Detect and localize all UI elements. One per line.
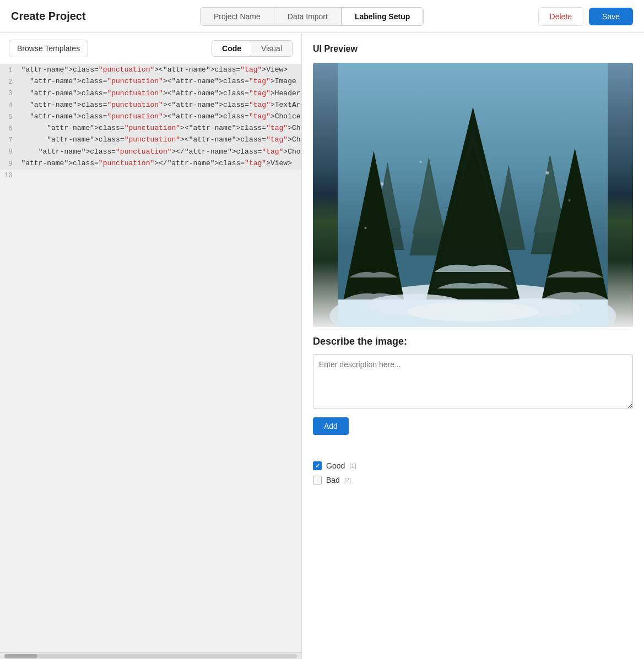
- scrollbar-thumb: [4, 654, 37, 658]
- editor-footer: [0, 652, 301, 659]
- line-content: "attr-name">class="punctuation"><"attr-n…: [17, 134, 301, 146]
- line-number: 2: [0, 76, 17, 88]
- choice-label-1: Bad: [326, 476, 340, 484]
- code-editor[interactable]: 1"attr-name">class="punctuation"><"attr-…: [0, 64, 301, 652]
- code-line-9: 9"attr-name">class="punctuation"></"attr…: [0, 158, 301, 170]
- right-panel: UI Preview: [302, 33, 644, 659]
- delete-button[interactable]: Delete: [538, 7, 583, 26]
- line-number: 9: [0, 158, 17, 170]
- code-line-10: 10: [0, 170, 301, 181]
- tab-data-import[interactable]: Data Import: [274, 8, 342, 25]
- line-number: 6: [0, 123, 17, 134]
- code-line-8: 8 "attr-name">class="punctuation"></"att…: [0, 146, 301, 157]
- line-content: "attr-name">class="punctuation"><"attr-n…: [17, 64, 301, 76]
- line-number: 10: [0, 170, 17, 181]
- line-content: "attr-name">class="punctuation"><"attr-n…: [17, 123, 301, 134]
- choices-area: Good[1]Bad[2]: [313, 461, 633, 484]
- page-title: Create Project: [11, 10, 86, 23]
- save-button[interactable]: Save: [589, 8, 633, 25]
- code-table: 1"attr-name">class="punctuation"><"attr-…: [0, 64, 301, 181]
- code-line-7: 7 "attr-name">class="punctuation"><"attr…: [0, 134, 301, 146]
- choice-checkbox-0[interactable]: [313, 461, 322, 470]
- line-content: "attr-name">class="punctuation"><"attr-n…: [17, 111, 301, 123]
- choice-item-1[interactable]: Bad[2]: [313, 476, 633, 484]
- line-number: 5: [0, 111, 17, 123]
- browse-templates-button[interactable]: Browse Templates: [9, 40, 88, 57]
- choice-item-0[interactable]: Good[1]: [313, 461, 633, 470]
- line-content: "attr-name">class="punctuation"></"attr-…: [17, 146, 301, 157]
- svg-point-21: [420, 161, 422, 163]
- code-line-3: 3 "attr-name">class="punctuation"><"attr…: [0, 88, 301, 99]
- preview-image: [313, 63, 633, 327]
- svg-point-23: [569, 199, 571, 201]
- left-toolbar: Browse Templates Code Visual: [0, 33, 301, 64]
- line-content: "attr-name">class="punctuation"></"attr-…: [17, 158, 301, 170]
- line-number: 1: [0, 64, 17, 76]
- scene-svg: [313, 63, 633, 327]
- line-content: [17, 170, 301, 181]
- ui-preview-title: UI Preview: [313, 44, 633, 54]
- tab-project-name[interactable]: Project Name: [201, 8, 274, 25]
- svg-point-22: [546, 171, 549, 175]
- code-line-1: 1"attr-name">class="punctuation"><"attr-…: [0, 64, 301, 76]
- header: Create Project Project Name Data Import …: [0, 0, 644, 33]
- code-line-2: 2 "attr-name">class="punctuation"><"attr…: [0, 76, 301, 88]
- choice-label-0: Good: [326, 461, 345, 470]
- add-button[interactable]: Add: [313, 417, 349, 435]
- svg-point-20: [381, 182, 384, 186]
- header-actions: Delete Save: [538, 7, 633, 26]
- line-number: 8: [0, 146, 17, 157]
- code-line-5: 5 "attr-name">class="punctuation"><"attr…: [0, 111, 301, 123]
- scrollbar-track[interactable]: [4, 654, 297, 658]
- code-view-button[interactable]: Code: [212, 40, 252, 57]
- main-content: Browse Templates Code Visual 1"attr-name…: [0, 33, 644, 659]
- code-line-6: 6 "attr-name">class="punctuation"><"attr…: [0, 123, 301, 134]
- left-panel: Browse Templates Code Visual 1"attr-name…: [0, 33, 302, 659]
- tab-labeling-setup[interactable]: Labeling Setup: [342, 8, 423, 25]
- line-content: "attr-name">class="punctuation"><"attr-n…: [17, 88, 301, 99]
- choice-checkbox-1[interactable]: [313, 476, 322, 484]
- header-tabs: Project Name Data Import Labeling Setup: [200, 7, 424, 26]
- add-button-wrapper: Add: [313, 417, 633, 448]
- visual-view-button[interactable]: Visual: [251, 41, 292, 56]
- code-line-4: 4 "attr-name">class="punctuation"><"attr…: [0, 100, 301, 111]
- choice-badge-0: [1]: [349, 462, 356, 469]
- line-content: "attr-name">class="punctuation"><"attr-n…: [17, 100, 301, 111]
- line-number: 7: [0, 134, 17, 146]
- line-number: 3: [0, 88, 17, 99]
- describe-label: Describe the image:: [313, 336, 633, 347]
- line-number: 4: [0, 100, 17, 111]
- description-textarea[interactable]: [313, 354, 633, 409]
- line-content: "attr-name">class="punctuation"><"attr-n…: [17, 76, 301, 88]
- svg-point-24: [365, 227, 367, 229]
- svg-point-19: [407, 302, 539, 322]
- choice-badge-1: [2]: [344, 477, 351, 483]
- view-toggle: Code Visual: [212, 40, 293, 57]
